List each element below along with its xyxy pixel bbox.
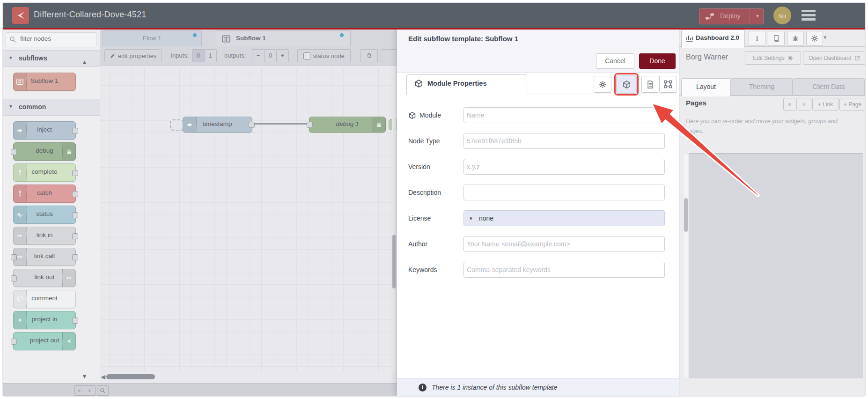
status-node-checkbox[interactable]: status node [297,49,351,62]
outputs-label: outputs: [224,52,246,59]
cancel-button[interactable]: Cancel [596,53,634,69]
node-timestamp[interactable]: timestamp [183,117,252,133]
appearance-tab[interactable] [659,76,677,93]
subflow-toolbar: edit properties inputs: 0 1 outputs: − 0… [100,46,397,66]
app-header: Different-Collared-Dove-4521 Deploy ▾ su [3,3,865,28]
deploy-options-caret[interactable]: ▾ [756,13,759,19]
palette-node-complete[interactable]: !complete [13,163,76,182]
palette-node-link-call[interactable]: link call [13,248,76,266]
add-link-button[interactable]: + Link [812,98,839,111]
edit-properties-button[interactable]: edit properties [104,49,162,62]
debug-sidebar-tab[interactable] [787,31,804,46]
tray-footer: i There is 1 instance of this subflow te… [397,378,680,396]
palette-collapse-up-button[interactable]: « [74,385,85,396]
palette-category-common[interactable]: ▾ common [3,99,100,116]
palette-node-subflow-1[interactable]: Subflow 1 [13,73,76,91]
tab-flow-1[interactable]: Flow 1 [103,30,202,47]
clipped-toolbar-button[interactable] [381,49,397,62]
scrollbar-thumb[interactable] [392,235,396,288]
wire[interactable] [254,123,312,125]
tray-header: Edit subflow template: Subflow 1 [397,30,680,49]
output-port [72,212,78,218]
node-settings-tab[interactable] [594,76,611,93]
filter-nodes-input[interactable] [19,35,91,43]
outputs-count[interactable]: 0 [264,49,277,62]
node-debug-1[interactable]: debug 1 [309,117,386,133]
tab-subflow-1[interactable]: Subflow 1 [215,30,351,47]
palette-node-status[interactable]: status [13,206,76,224]
palette-search[interactable] [6,32,96,47]
keywords-field[interactable] [463,262,665,278]
sidebar-options-caret[interactable]: ▾ [824,34,827,41]
move-up-button[interactable]: « [783,98,797,111]
version-field[interactable] [463,159,665,175]
input-port [11,149,17,155]
field-row-module: Module [397,103,680,129]
output-port [72,318,78,324]
search-flows-button[interactable] [97,385,109,396]
add-page-button[interactable]: + Page [839,98,865,111]
link-icon [14,248,27,266]
output-port [72,254,78,260]
main-menu-icon[interactable] [802,10,816,21]
scroll-left-icon[interactable]: ◀ [101,373,105,380]
palette-scroll-down-icon[interactable]: ▼ [81,373,88,380]
module-properties-tab[interactable]: Module Properties [406,74,527,95]
output-port [72,191,78,197]
module-properties-icon-tab[interactable] [616,75,637,94]
sidebar-scrollbar[interactable] [684,154,688,378]
license-select[interactable]: ▾none [463,210,665,226]
palette-node-debug[interactable]: debug [13,142,76,161]
subflow-input-port[interactable] [170,119,184,131]
inputs-option-1[interactable]: 1 [204,49,217,62]
pages-list-area[interactable] [689,153,863,378]
open-dashboard-button[interactable]: Open Dashboard [803,51,865,65]
palette-node-inject[interactable]: inject [13,121,76,140]
canvas-vertical-scrollbar[interactable] [392,66,396,370]
canvas-grid[interactable] [100,65,397,371]
input-port[interactable] [307,122,313,128]
move-down-button[interactable]: » [798,98,811,111]
debug-sidebar-icon[interactable] [372,117,385,132]
palette-node-comment[interactable]: comment [13,290,76,308]
gear-icon [811,35,818,42]
description-field[interactable] [463,185,665,200]
tray-title: Edit subflow template: Subflow 1 [408,35,518,43]
outputs-minus-button[interactable]: − [252,49,265,62]
help-sidebar-tab[interactable] [768,31,785,46]
module-field[interactable] [463,107,665,123]
tab-theming[interactable]: Theming [731,78,793,96]
output-port[interactable] [249,122,255,128]
description-tab[interactable] [641,76,659,93]
config-nodes-sidebar-tab[interactable] [806,31,823,46]
author-field[interactable] [463,236,665,252]
info-sidebar-tab[interactable]: i [749,31,765,46]
outputs-plus-button[interactable]: + [276,49,289,62]
link-icon [62,269,75,287]
node-type-field[interactable] [463,133,665,149]
dashboard-sidebar-tab[interactable]: Dashboard 2.0 [681,30,745,48]
palette-node-link-out[interactable]: link out [13,269,76,287]
tab-layout[interactable]: Layout [681,78,731,96]
inputs-option-0[interactable]: 0 [192,49,205,62]
tab-client-data[interactable]: Client Data [793,78,865,96]
subflow-icon [221,34,231,44]
palette-collapse-down-button[interactable]: » [85,385,96,396]
palette-node-project-in[interactable]: project in [13,311,76,329]
palette-node-project-out[interactable]: project out [13,332,76,350]
user-avatar[interactable]: su [773,7,791,24]
search-icon [100,388,106,394]
inject-icon [183,117,197,132]
canvas-horizontal-scrollbar[interactable] [106,374,155,379]
caret-down-icon: ▾ [470,211,472,226]
done-button[interactable]: Done [639,53,676,69]
scrollbar-thumb[interactable] [684,198,688,232]
palette-node-link-in[interactable]: link in [13,227,76,245]
edit-settings-button[interactable]: Edit Settings [745,51,801,65]
delete-subflow-button[interactable] [360,49,378,62]
palette-scroll-up-icon[interactable]: ▲ [81,59,88,66]
gear-icon [787,55,793,61]
deploy-button[interactable]: Deploy ▾ [699,8,764,24]
checkbox-icon [303,52,310,59]
palette-node-catch[interactable]: !catch [13,185,76,203]
